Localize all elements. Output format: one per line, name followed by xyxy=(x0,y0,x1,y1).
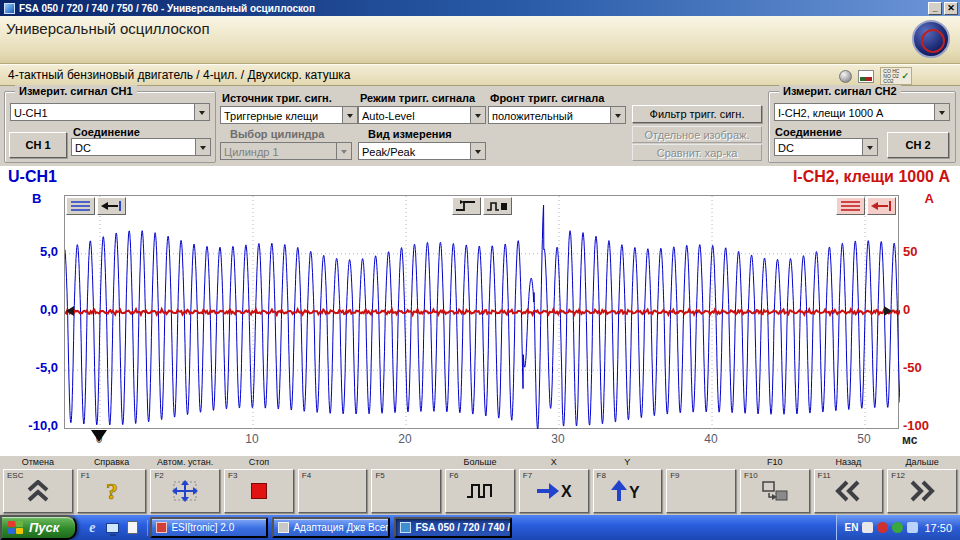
lines-icon xyxy=(838,199,863,213)
network-icon[interactable] xyxy=(907,522,918,533)
trigger-edge-label: Фронт тригг. сигнала xyxy=(490,92,604,104)
window-switch-button[interactable]: F10 xyxy=(740,469,810,513)
clock: 17:50 xyxy=(924,522,952,534)
ch1-scroll-button[interactable] xyxy=(97,197,126,215)
measure-kind-select[interactable]: Peak/Peak xyxy=(358,142,486,160)
x-tick: 10 xyxy=(232,432,272,446)
fkey-label: F6 xyxy=(449,471,458,480)
ch2-signal-value: I-CH2, клещи 1000 A xyxy=(775,106,934,119)
measure-kind-value: Peak/Peak xyxy=(359,145,470,158)
f9-button[interactable]: F9 xyxy=(666,469,736,513)
function-key-bar: Отмена ESC Справка F1 ? Автом. устан. F2… xyxy=(0,455,960,515)
stop-button[interactable]: F3 xyxy=(224,469,294,513)
fkey-label: F3 xyxy=(228,471,237,480)
chevron-down-icon[interactable] xyxy=(610,107,625,123)
fkey-cell-f2: Автом. устан. F2 xyxy=(148,457,222,513)
windows-icon xyxy=(760,479,790,503)
ch1-position-button[interactable] xyxy=(66,197,95,215)
f4-button[interactable]: F4 xyxy=(298,469,368,513)
ch2-trace-label: I-CH2, клещи 1000 А xyxy=(793,168,950,186)
keyboard-icon[interactable] xyxy=(862,522,873,533)
cylinder-label: Выбор цилиндра xyxy=(230,128,324,140)
chevrons-right-icon xyxy=(908,480,936,502)
trigger-mode-select[interactable]: Auto-Level xyxy=(358,106,486,124)
ch1-signal-value: U-CH1 xyxy=(11,106,194,119)
back-button[interactable]: F11 xyxy=(814,469,884,513)
trigger-edge-select[interactable]: положительный xyxy=(488,106,626,124)
ch1-trace-label: U-CH1 xyxy=(8,168,57,186)
chevron-down-icon[interactable] xyxy=(195,139,210,155)
chevron-down-icon xyxy=(336,143,351,159)
chevron-down-icon[interactable] xyxy=(862,139,877,155)
antivirus-icon[interactable] xyxy=(877,522,888,533)
breadcrumb-bar: 4-тактный бензиновый двигатель / 4-цил. … xyxy=(0,64,960,86)
trigger-time-marker[interactable] xyxy=(91,430,107,442)
help-icon: ? xyxy=(101,478,123,504)
task-button-adaptation[interactable]: Адаптация Джв Всего ... xyxy=(272,517,390,538)
internet-explorer-icon[interactable]: e xyxy=(84,520,100,536)
ch1-group-label: Измерит. сигнал CH1 xyxy=(15,85,137,97)
ch1-button[interactable]: CH 1 xyxy=(9,132,67,158)
x-axis-button[interactable]: F7 X xyxy=(519,469,589,513)
chevron-down-icon[interactable] xyxy=(342,107,357,123)
trigger-filter-button[interactable]: Фильтр тригг. сигн. xyxy=(632,105,762,123)
fkey-cell-f1: Справка F1 ? xyxy=(75,457,149,513)
status-icons: CO HC NO O2 CO2 ✓ xyxy=(839,66,912,86)
task-button-fsa[interactable]: FSA 050 / 720 / 740 / ... xyxy=(394,517,512,538)
ch2-coupling-select[interactable]: DC xyxy=(774,138,878,156)
y-right-tick: 0 xyxy=(903,302,955,317)
window-titlebar: FSA 050 / 720 / 740 / 750 / 760 - Универ… xyxy=(0,0,960,16)
close-button[interactable]: ✕ xyxy=(944,2,958,15)
chevron-down-icon[interactable] xyxy=(934,104,949,120)
task-button-esitronic[interactable]: ESI[tronic] 2.0 xyxy=(150,517,268,538)
fkey-cell-f5: F5 xyxy=(369,457,443,513)
fkey-name xyxy=(371,457,441,469)
language-indicator[interactable]: EN xyxy=(845,522,859,533)
status-icon[interactable] xyxy=(892,522,903,533)
chevron-down-icon[interactable] xyxy=(194,104,209,120)
separate-view-button: Отдельное изображ. xyxy=(632,126,762,143)
chevron-down-icon[interactable] xyxy=(470,107,485,123)
gas-labels: CO HC NO O2 CO2 xyxy=(883,69,899,84)
y-right-tick: -100 xyxy=(903,418,955,433)
more-button[interactable]: F6 xyxy=(445,469,515,513)
trigger-source-select[interactable]: Триггерные клещи xyxy=(220,106,358,124)
fkey-label: F11 xyxy=(818,471,831,480)
fkey-label: F8 xyxy=(597,471,606,480)
ch2-scroll-button[interactable] xyxy=(867,197,896,215)
ch2-button[interactable]: CH 2 xyxy=(887,132,949,158)
trigger-edge-button[interactable] xyxy=(452,197,481,215)
y-axis-button[interactable]: F8 Y xyxy=(593,469,663,513)
fkey-name: F10 xyxy=(740,457,810,469)
f5-button[interactable]: F5 xyxy=(371,469,441,513)
ch2-position-button[interactable] xyxy=(836,197,865,215)
trigger-mode-button[interactable] xyxy=(483,197,512,215)
trigger-source-label: Источник триг. сигн. xyxy=(222,92,332,104)
ch1-group: Измерит. сигнал CH1 U-CH1 Соединение CH … xyxy=(4,91,216,163)
arrow-left-icon xyxy=(99,199,124,213)
minimize-button[interactable]: _ xyxy=(928,2,942,15)
auto-setup-button[interactable]: F2 xyxy=(150,469,220,513)
start-button[interactable]: Пуск xyxy=(0,515,77,540)
ch2-connection-label: Соединение xyxy=(775,126,842,138)
ch2-signal-select[interactable]: I-CH2, клещи 1000 A xyxy=(774,103,950,121)
zero-level-marker-left xyxy=(66,306,74,316)
fkey-name: Больше xyxy=(445,457,515,469)
ch1-coupling-select[interactable]: DC xyxy=(71,138,211,156)
fkey-cell-f12: Дальше F12 xyxy=(885,457,959,513)
system-tray: EN 17:50 xyxy=(836,515,960,540)
fkey-name: Отмена xyxy=(3,457,73,469)
next-button[interactable]: F12 xyxy=(887,469,957,513)
document-icon[interactable] xyxy=(124,520,140,536)
chevron-down-icon[interactable] xyxy=(470,143,485,159)
show-desktop-icon[interactable] xyxy=(104,520,120,536)
fkey-label: F1 xyxy=(81,471,90,480)
fkey-name xyxy=(666,457,736,469)
trigger-mode-value: Auto-Level xyxy=(359,109,470,122)
ch1-signal-select[interactable]: U-CH1 xyxy=(10,103,210,121)
help-button[interactable]: F1 ? xyxy=(77,469,147,513)
fkey-name: Автом. устан. xyxy=(150,457,220,469)
plot-area[interactable] xyxy=(64,195,899,429)
cancel-button[interactable]: ESC xyxy=(3,469,73,513)
fkey-cell-f6: Больше F6 xyxy=(443,457,517,513)
